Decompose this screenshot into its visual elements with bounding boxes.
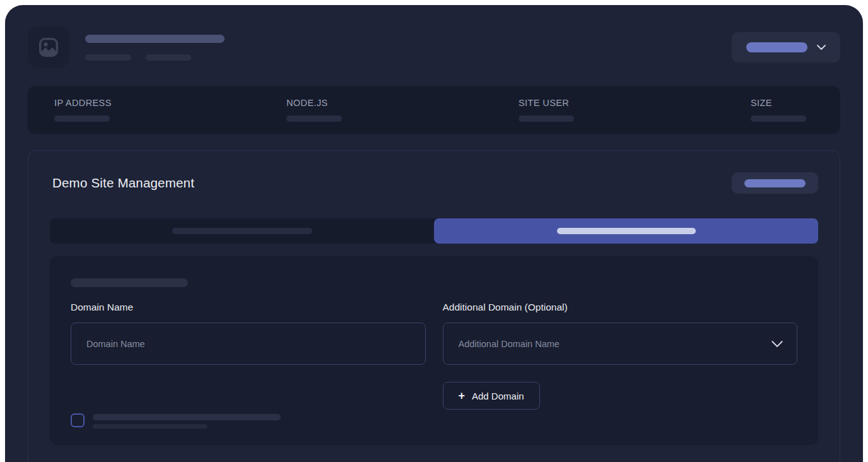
- header-dropdown-button[interactable]: [732, 32, 840, 62]
- image-icon: [36, 35, 61, 60]
- add-domain-button-label: Add Domain: [472, 391, 524, 401]
- checkbox-label-skeleton-2: [93, 424, 208, 429]
- tab-active[interactable]: [434, 218, 818, 244]
- header: [5, 5, 863, 68]
- site-meta-skeleton-1: [85, 54, 131, 61]
- checkbox[interactable]: [71, 413, 85, 427]
- stat-label: SIZE: [751, 98, 806, 108]
- form-grid: Domain Name Additional Domain (Optio: [71, 302, 797, 429]
- stat-value-skeleton: [751, 116, 806, 122]
- stat-site-user: SITE USER: [519, 98, 751, 122]
- additional-domain-input[interactable]: [443, 323, 797, 364]
- panel-heading-skeleton: [71, 278, 188, 287]
- tab-label-skeleton: [172, 228, 312, 234]
- site-thumbnail: [28, 27, 69, 68]
- checkbox-row: [71, 413, 426, 429]
- site-management-card: Demo Site Management Domain Name: [28, 150, 840, 462]
- site-brand: [28, 27, 225, 68]
- site-meta-skeleton-2: [146, 54, 191, 61]
- chevron-down-icon[interactable]: [771, 340, 783, 347]
- stats-bar: IP ADDRESS NODE.JS SITE USER SIZE: [28, 86, 840, 134]
- stat-label: SITE USER: [519, 98, 751, 108]
- stat-label: NODE.JS: [286, 98, 519, 108]
- add-domain-button[interactable]: + Add Domain: [443, 382, 540, 410]
- tab-bar: [50, 218, 818, 244]
- stat-ip-address: IP ADDRESS: [54, 98, 286, 122]
- checkbox-label-skeleton-1: [93, 414, 281, 420]
- card-action-skeleton: [744, 179, 806, 187]
- dropdown-value-skeleton: [746, 42, 807, 52]
- additional-domain-column: Additional Domain (Optional) + Add Domai…: [443, 302, 798, 429]
- stat-value-skeleton: [54, 116, 110, 122]
- chevron-down-icon: [817, 45, 826, 50]
- card-header: Demo Site Management: [50, 172, 818, 194]
- additional-domain-select-wrap: [443, 323, 798, 365]
- site-title-skeleton: [85, 35, 225, 43]
- domain-column: Domain Name: [71, 302, 426, 429]
- page-title: Demo Site Management: [52, 175, 194, 191]
- additional-domain-label: Additional Domain (Optional): [443, 302, 798, 313]
- domain-name-input[interactable]: [71, 323, 425, 364]
- stat-label: IP ADDRESS: [54, 98, 286, 108]
- plus-icon: +: [459, 390, 466, 401]
- card-action-button[interactable]: [732, 172, 818, 194]
- app-container: IP ADDRESS NODE.JS SITE USER SIZE Demo S…: [5, 5, 863, 462]
- domain-form-panel: Domain Name Additional Domain (Optio: [50, 256, 818, 445]
- stat-nodejs: NODE.JS: [286, 98, 519, 122]
- stat-value-skeleton: [519, 116, 574, 122]
- site-title-skeleton-group: [85, 35, 225, 61]
- domain-name-input-wrap: [71, 323, 426, 365]
- stat-value-skeleton: [286, 116, 342, 122]
- tab-label-skeleton: [557, 228, 696, 234]
- tab-inactive[interactable]: [50, 218, 434, 244]
- stat-size: SIZE: [751, 98, 806, 122]
- checkbox-label-skeletons: [93, 413, 281, 429]
- domain-name-label: Domain Name: [71, 302, 426, 313]
